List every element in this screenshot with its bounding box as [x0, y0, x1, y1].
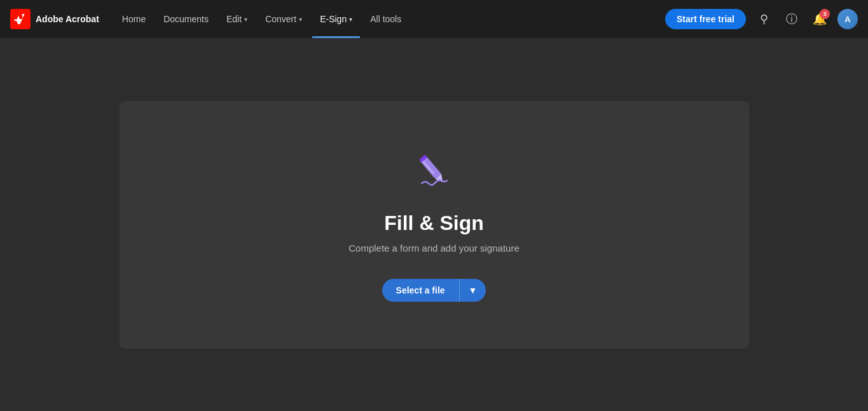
navbar-right: Start free trial ⚲ ⓘ 🔔 3 A	[665, 9, 858, 29]
adobe-logo-icon	[10, 9, 31, 29]
nav-links: Home Documents Edit ▾ Convert ▾ E-Sign ▾…	[114, 0, 665, 38]
select-file-dropdown-button[interactable]: ▼	[460, 279, 486, 302]
notification-badge: 3	[820, 9, 830, 19]
card-subtitle: Complete a form and add your signature	[348, 243, 519, 253]
search-button[interactable]: ⚲	[754, 9, 774, 29]
navbar: Adobe Acrobat Home Documents Edit ▾ Conv…	[0, 0, 868, 38]
convert-chevron-icon: ▾	[299, 16, 302, 23]
help-button[interactable]: ⓘ	[782, 9, 802, 29]
notification-button[interactable]: 🔔 3	[809, 9, 830, 29]
nav-item-esign[interactable]: E-Sign ▾	[312, 0, 360, 38]
help-icon: ⓘ	[786, 11, 797, 27]
avatar-initial: A	[844, 15, 850, 24]
esign-chevron-icon: ▾	[349, 16, 352, 23]
nav-item-documents[interactable]: Documents	[156, 0, 216, 38]
brand[interactable]: Adobe Acrobat	[10, 9, 99, 29]
select-file-chevron-icon: ▼	[469, 285, 478, 295]
brand-name: Adobe Acrobat	[36, 14, 99, 24]
nav-item-edit[interactable]: Edit ▾	[219, 0, 255, 38]
main-content: Fill & Sign Complete a form and add your…	[0, 38, 868, 411]
nav-item-convert[interactable]: Convert ▾	[258, 0, 310, 38]
fill-sign-icon	[411, 148, 457, 196]
edit-chevron-icon: ▾	[244, 16, 247, 23]
nav-item-alltools[interactable]: All tools	[362, 0, 409, 38]
fill-sign-card: Fill & Sign Complete a form and add your…	[120, 101, 749, 349]
select-file-group: Select a file ▼	[382, 279, 486, 302]
start-trial-button[interactable]: Start free trial	[665, 9, 746, 29]
nav-item-home[interactable]: Home	[114, 0, 153, 38]
avatar[interactable]: A	[837, 9, 858, 29]
select-file-button[interactable]: Select a file	[382, 279, 460, 302]
card-title: Fill & Sign	[384, 212, 483, 235]
search-icon: ⚲	[760, 12, 768, 26]
